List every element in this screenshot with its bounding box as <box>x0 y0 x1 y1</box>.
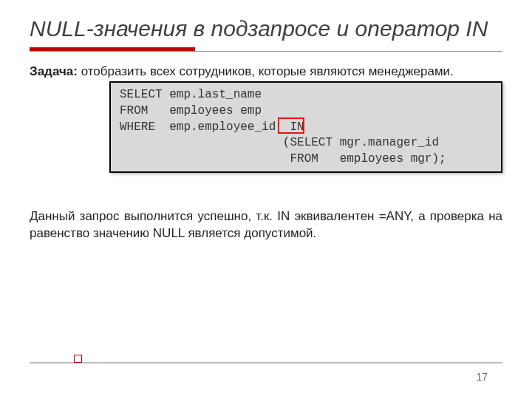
sql-code-block: SELECT emp.last_name FROM employees emp … <box>109 81 502 173</box>
footer-rule <box>30 362 502 364</box>
footer-square-icon <box>74 355 82 363</box>
thin-rule <box>30 51 502 52</box>
code-block-wrap: SELECT emp.last_name FROM employees emp … <box>109 81 502 173</box>
explanation-paragraph: Данный запрос выполнится успешно, т.к. I… <box>30 208 502 242</box>
slide-title: NULL-значения в подзапросе и оператор IN <box>30 15 502 43</box>
slide: NULL-значения в подзапросе и оператор IN… <box>0 0 532 399</box>
task-label: Задача: <box>30 64 78 78</box>
title-underline <box>30 47 502 52</box>
task-paragraph: Задача: отобразить всех сотрудников, кот… <box>30 64 502 81</box>
page-number: 17 <box>476 371 488 383</box>
task-text: отобразить всех сотрудников, которые явл… <box>78 64 454 78</box>
